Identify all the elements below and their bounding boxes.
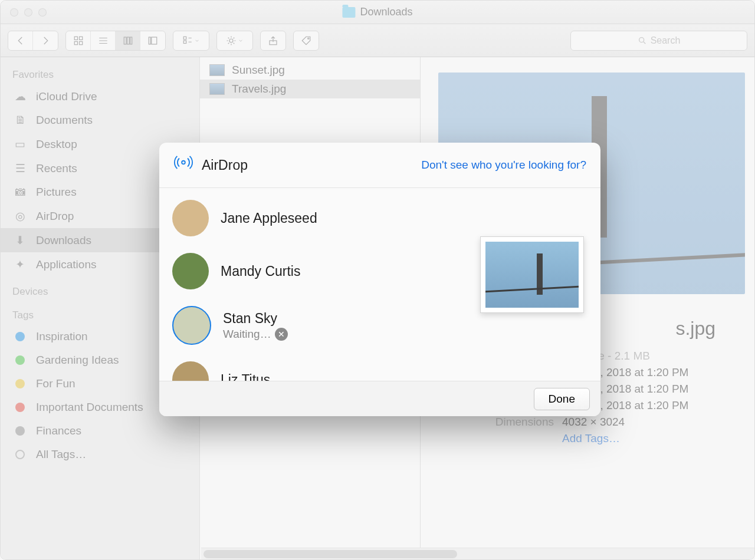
airdrop-status: Waiting… — [223, 328, 271, 341]
airdrop-contacts-list: Jane Appleseed Mandy Curtis Stan Sky Wai… — [172, 192, 471, 381]
avatar — [173, 307, 210, 344]
avatar — [172, 253, 209, 289]
airdrop-contact[interactable]: Stan Sky Waiting…✕ — [172, 298, 471, 353]
airdrop-contact[interactable]: Mandy Curtis — [172, 245, 471, 298]
done-button[interactable]: Done — [534, 388, 590, 410]
avatar — [172, 200, 209, 236]
avatar — [172, 361, 209, 381]
airdrop-contact[interactable]: Jane Appleseed — [172, 192, 471, 245]
airdrop-contact[interactable]: Liz Titus — [172, 353, 471, 381]
airdrop-file-thumbnail — [480, 236, 584, 313]
airdrop-body: Jane Appleseed Mandy Curtis Stan Sky Wai… — [159, 188, 600, 381]
avatar-progress-ring — [172, 306, 211, 345]
airdrop-icon — [173, 153, 193, 177]
airdrop-header: AirDrop Don't see who you're looking for… — [159, 143, 600, 188]
cancel-send-button[interactable]: ✕ — [275, 328, 288, 341]
svg-point-15 — [182, 161, 185, 164]
airdrop-footer: Done — [159, 381, 600, 416]
airdrop-title: AirDrop — [202, 157, 248, 173]
airdrop-help-link[interactable]: Don't see who you're looking for? — [421, 159, 586, 172]
airdrop-sheet: AirDrop Don't see who you're looking for… — [159, 143, 600, 416]
